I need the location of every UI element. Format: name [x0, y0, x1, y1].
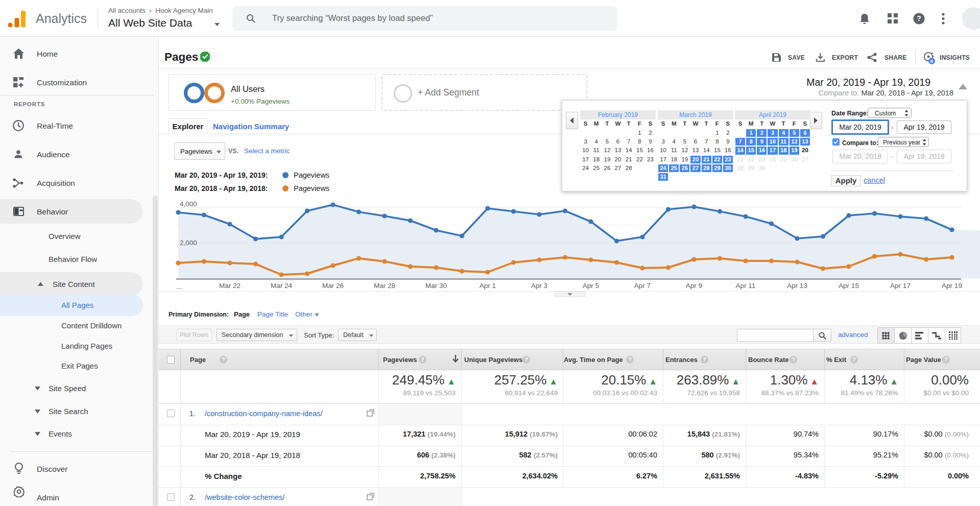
svg-text:Apr 7: Apr 7	[634, 282, 651, 290]
svg-text:6: 6	[930, 58, 933, 64]
svg-text:?: ?	[917, 14, 921, 22]
svg-text:4,000: 4,000	[180, 200, 197, 208]
svg-text:Apr 11: Apr 11	[736, 282, 756, 290]
svg-text:Apr 1: Apr 1	[480, 282, 496, 290]
svg-text:Apr 9: Apr 9	[686, 282, 702, 290]
svg-text:Apr 3: Apr 3	[531, 282, 547, 290]
svg-text:Mar 26: Mar 26	[322, 282, 344, 290]
svg-text:Apr 13: Apr 13	[787, 282, 807, 290]
svg-text:Apr 19: Apr 19	[942, 282, 962, 290]
svg-text:Mar 24: Mar 24	[271, 282, 293, 290]
svg-text:...: ...	[176, 283, 182, 291]
svg-text:Mar 28: Mar 28	[374, 282, 395, 290]
svg-text:Apr 15: Apr 15	[839, 282, 859, 290]
svg-text:2,000: 2,000	[180, 239, 197, 247]
svg-text:Apr 5: Apr 5	[583, 282, 599, 290]
svg-text:Mar 22: Mar 22	[219, 282, 241, 290]
svg-text:Mar 30: Mar 30	[425, 282, 447, 290]
svg-text:Apr 17: Apr 17	[890, 282, 911, 290]
